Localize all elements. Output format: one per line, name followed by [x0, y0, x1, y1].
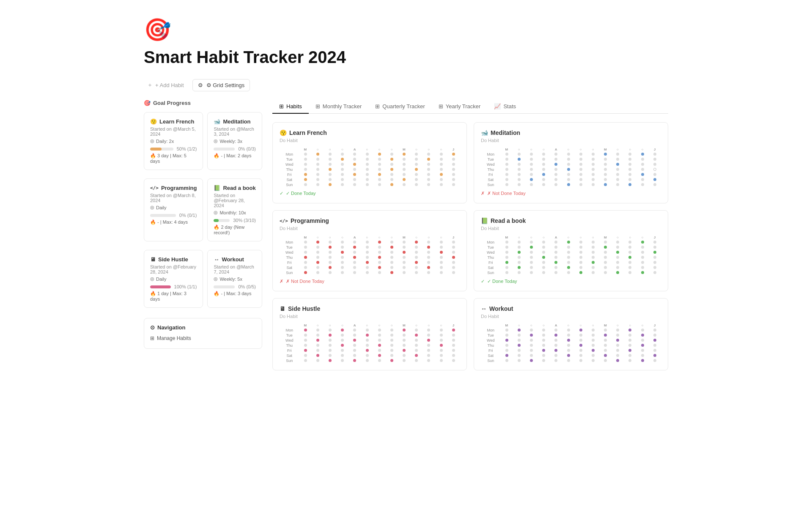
tracker-meditation: 🐋 Meditation Do Habit M○○○ A○○○ M○○○ J: [474, 122, 668, 203]
grid-settings-button[interactable]: ⚙ ⚙ Grid Settings: [192, 79, 250, 91]
check-icon: ✓: [481, 279, 485, 284]
tracker-workout: ↔ Workout Do Habit M○○○ A○○○ M○○○ J: [474, 298, 668, 370]
workout-icon: ↔: [214, 256, 219, 263]
progress-bar-fill: [150, 285, 171, 288]
nav-icon: ⊙: [150, 324, 155, 331]
mini-cal-workout: M○○○ A○○○ M○○○ J Mon: [481, 323, 661, 363]
programming-icon: </>: [150, 185, 159, 191]
progress-bar-bg: [150, 285, 171, 288]
tab-habits-icon: ⊞: [279, 103, 284, 110]
check-icon: ✓: [280, 191, 283, 196]
nav-link-manage-habits[interactable]: ⊞ Manage Habits: [150, 334, 256, 343]
sidebar-habit-workout: ↔ Workout Started on @March 7, 2024 ◎ We…: [207, 250, 262, 308]
progress-bar-bg: [214, 285, 235, 288]
tracker-read-book: 📗 Read a book Do Habit M○○○ A○○○ M○○○ J: [474, 210, 668, 291]
target-icon: 🎯: [144, 100, 151, 106]
meditation-icon: 🐋: [214, 118, 220, 125]
tracker-programming: </> Programming Do Habit M○○○ A○○○ M○○○ …: [272, 210, 467, 291]
page-title: Smart Habit Tracker 2024: [144, 48, 668, 67]
habits-grid: 😗 Learn French Do Habit M○○○ A○○○ M○○○ J: [272, 122, 668, 370]
tab-yearly[interactable]: ⊞ Yearly Tracker: [432, 100, 488, 114]
gear-icon: ⚙: [198, 82, 203, 88]
meditation-emoji: 🐋: [481, 129, 488, 136]
progress-bar-fill: [150, 148, 162, 151]
right-content: ⊞ Habits ⊞ Monthly Tracker ⊞ Quarterly T…: [272, 100, 668, 370]
tab-yearly-icon: ⊞: [439, 103, 443, 110]
tab-monthly-icon: ⊞: [315, 103, 320, 110]
side-hustle-icon: 🖥: [150, 256, 156, 263]
status-not-done-programming: ✗ ✗ Not Done Today: [280, 279, 460, 284]
tab-stats-icon: 📈: [494, 103, 501, 110]
x-icon: ✗: [280, 279, 283, 284]
progress-bar-bg: [150, 148, 173, 151]
progress-bar-fill: [214, 219, 218, 222]
tracker-side-hustle: 🖥 Side Hustle Do Habit M○○○ A○○○ M○○○ J: [272, 298, 467, 370]
mini-cal-learn-french: M○○○ A○○○ M○○○ J Mon: [280, 147, 460, 187]
mini-cal-meditation: M○○○ A○○○ M○○○ J Mon: [481, 147, 661, 187]
freq-icon: ◎: [150, 276, 154, 282]
nav-section: ⊙ Navigation ⊞ Manage Habits: [144, 318, 262, 349]
tab-monthly[interactable]: ⊞ Monthly Tracker: [309, 100, 368, 114]
learn-french-icon: 😗: [150, 118, 157, 125]
add-habit-button[interactable]: ＋ + Add Habit: [144, 79, 187, 91]
tracker-learn-french: 😗 Learn French Do Habit M○○○ A○○○ M○○○ J: [272, 122, 467, 203]
grid-icon: ⊞: [150, 335, 154, 341]
progress-bar-bg: [150, 214, 176, 217]
mini-cal-side-hustle: M○○○ A○○○ M○○○ J Mon: [280, 323, 460, 363]
mini-cal-programming: M○○○ A○○○ M○○○ J Mon: [280, 235, 460, 275]
tab-quarterly-icon: ⊞: [375, 103, 380, 110]
status-not-done-today: ✗ ✗ Not Done Today: [481, 191, 661, 196]
plus-icon: ＋: [147, 81, 153, 89]
tab-habits[interactable]: ⊞ Habits: [272, 100, 309, 114]
book-emoji: 📗: [481, 217, 488, 224]
freq-icon: ◎: [150, 138, 154, 144]
freq-icon: ◎: [214, 276, 218, 282]
page-icon: 🎯: [144, 17, 668, 43]
x-icon: ✗: [481, 191, 485, 196]
progress-bar-bg: [214, 148, 235, 151]
sidebar-cards-grid: 😗 Learn French Started on @March 5, 2024…: [144, 112, 262, 312]
tab-quarterly[interactable]: ⊞ Quarterly Tracker: [368, 100, 431, 114]
top-bar: ＋ + Add Habit ⚙ ⚙ Grid Settings: [144, 79, 668, 91]
freq-icon: ◎: [214, 210, 218, 215]
freq-icon: ◎: [150, 205, 154, 210]
mini-cal-read-book: M○○○ A○○○ M○○○ J Mon: [481, 235, 661, 275]
sidebar-habit-learn-french: 😗 Learn French Started on @March 5, 2024…: [144, 112, 203, 170]
sidebar-habit-side-hustle: 🖥 Side Hustle Started on @February 28, 2…: [144, 250, 203, 308]
main-layout: 🎯 Goal Progress 😗 Learn French Started o…: [144, 100, 668, 370]
sidebar-habit-programming: </> Programming Started on @March 8, 202…: [144, 178, 203, 241]
workout-emoji: ↔: [481, 305, 487, 312]
progress-bar-bg: [214, 219, 230, 222]
freq-icon: ◎: [214, 138, 218, 144]
status-done-read-book: ✓ ✓ Done Today: [481, 279, 661, 284]
tab-stats[interactable]: 📈 Stats: [487, 100, 523, 114]
side-hustle-emoji: 🖥: [280, 305, 285, 312]
sidebar-habit-read-book: 📗 Read a book Started on @February 28, 2…: [207, 178, 262, 241]
goal-progress-header: 🎯 Goal Progress: [144, 100, 262, 106]
left-sidebar: 🎯 Goal Progress 😗 Learn French Started o…: [144, 100, 262, 370]
programming-emoji: </>: [280, 218, 288, 224]
sidebar-habit-meditation: 🐋 Meditation Started on @March 3, 2024 ◎…: [207, 112, 262, 170]
learn-french-emoji: 😗: [280, 129, 287, 136]
tabs: ⊞ Habits ⊞ Monthly Tracker ⊞ Quarterly T…: [272, 100, 668, 114]
status-done-today: ✓ ✓ Done Today: [280, 191, 460, 196]
book-icon: 📗: [214, 185, 220, 191]
